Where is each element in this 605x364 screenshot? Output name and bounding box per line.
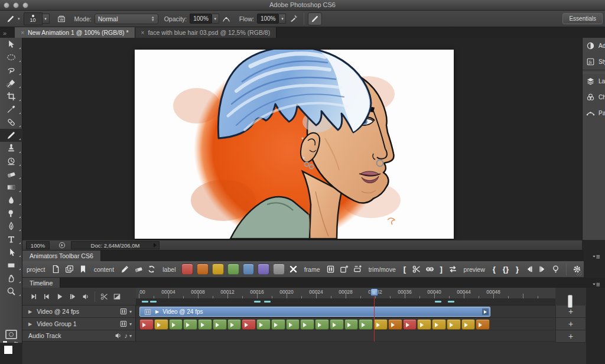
frame-clip-orange[interactable] bbox=[388, 319, 402, 330]
shape-tool[interactable] bbox=[0, 259, 22, 272]
label-red-swatch[interactable] bbox=[181, 264, 193, 275]
type-tool[interactable] bbox=[0, 233, 22, 246]
timeline-ruler[interactable]: 0000004000080001200016000200002400028000… bbox=[136, 288, 555, 299]
frame-clip-green[interactable] bbox=[169, 319, 183, 330]
frame-clip-green[interactable] bbox=[198, 319, 212, 330]
chevron-down-icon[interactable]: ▾ bbox=[129, 309, 132, 314]
opacity-dropdown[interactable]: ▾ bbox=[212, 14, 219, 24]
track-header-videogroup1[interactable]: ▶ Video Group 1 ▾ bbox=[22, 318, 136, 330]
work-area-strip[interactable] bbox=[136, 299, 555, 306]
move-tool[interactable] bbox=[0, 38, 22, 51]
flow-dropdown[interactable]: ▾ bbox=[279, 14, 286, 24]
frame-clip-green[interactable] bbox=[330, 319, 344, 330]
clone-stamp-tool[interactable] bbox=[0, 142, 22, 155]
frame-clip-yellow[interactable] bbox=[373, 319, 388, 330]
dock-panel-adjustments[interactable]: Adj bbox=[583, 38, 605, 54]
bookmark-icon[interactable] bbox=[77, 264, 89, 275]
status-menu-icon[interactable] bbox=[58, 241, 66, 249]
pen-tool[interactable] bbox=[0, 220, 22, 233]
step-forward-icon[interactable] bbox=[537, 264, 548, 275]
frame-clip-yellow[interactable] bbox=[432, 319, 446, 330]
path-selection-tool[interactable] bbox=[0, 246, 22, 259]
track-header-video24[interactable]: ▶ Video @ 24 fps ▾ bbox=[22, 306, 136, 318]
frame-clip-green[interactable] bbox=[359, 319, 373, 330]
video-group-bar[interactable]: ▶ Video @ 24 fps bbox=[139, 307, 490, 317]
lightbulb-icon[interactable] bbox=[550, 264, 561, 275]
timeline-scrollbar-thumb[interactable] bbox=[568, 295, 573, 308]
timeline-panel-menu-icon[interactable] bbox=[592, 281, 603, 288]
new-project-icon[interactable] bbox=[51, 264, 62, 275]
eraser-tool[interactable] bbox=[0, 168, 22, 181]
music-note-icon[interactable]: ♪ bbox=[124, 332, 128, 339]
brush-preset-picker[interactable]: 10 ▾ bbox=[24, 12, 50, 25]
zoom-level-field[interactable]: 100% bbox=[26, 241, 50, 249]
braces-button[interactable]: {} bbox=[503, 265, 509, 274]
add-media-button-2[interactable]: + bbox=[555, 330, 586, 343]
frame-clip-green[interactable] bbox=[213, 319, 227, 330]
playhead-marker[interactable] bbox=[370, 288, 378, 296]
frame-clip-yellow[interactable] bbox=[447, 319, 461, 330]
frame-clip-green[interactable] bbox=[227, 319, 242, 330]
track-header-audio[interactable]: Audio Track ♪▾ bbox=[22, 330, 136, 342]
disclosure-icon[interactable]: ▶ bbox=[28, 309, 32, 314]
label-orange-swatch[interactable] bbox=[197, 264, 209, 275]
frame-clip-green[interactable] bbox=[271, 319, 285, 330]
step-back-icon[interactable] bbox=[523, 264, 535, 275]
chevron-down-icon[interactable]: ▾ bbox=[129, 321, 132, 327]
flow-field[interactable]: 100% bbox=[257, 14, 279, 24]
foreground-color[interactable] bbox=[4, 345, 13, 355]
add-frame-icon[interactable] bbox=[339, 264, 350, 275]
brush-panel-toggle-icon[interactable] bbox=[54, 12, 69, 25]
knife-icon[interactable] bbox=[119, 264, 131, 275]
film-frame-icon[interactable] bbox=[326, 264, 337, 275]
pressure-size-toggle-icon[interactable] bbox=[308, 12, 322, 25]
rectangular-marquee-tool[interactable] bbox=[0, 51, 22, 64]
disclosure-icon[interactable]: ▶ bbox=[28, 321, 32, 327]
film-icon[interactable] bbox=[119, 320, 128, 328]
crop-tool[interactable] bbox=[0, 90, 22, 103]
brace-close-button[interactable]: } bbox=[516, 265, 519, 274]
link-icon[interactable] bbox=[424, 264, 435, 275]
lasso-tool[interactable] bbox=[0, 64, 22, 77]
bracket-open-button[interactable]: [ bbox=[404, 265, 406, 274]
resize-grip[interactable] bbox=[576, 270, 582, 276]
brush-tool[interactable] bbox=[0, 129, 22, 142]
speaker-icon[interactable] bbox=[114, 332, 122, 340]
go-next-button[interactable] bbox=[66, 291, 79, 302]
hand-tool[interactable] bbox=[0, 272, 22, 285]
healing-brush-tool[interactable] bbox=[0, 116, 22, 129]
play-button[interactable] bbox=[53, 291, 66, 302]
brush-preset-arrow[interactable]: ▾ bbox=[43, 14, 50, 24]
airbrush-icon[interactable] bbox=[286, 12, 300, 25]
label-green-swatch[interactable] bbox=[227, 264, 239, 275]
frame-clip-yellow[interactable] bbox=[417, 319, 431, 330]
dock-panel-styles[interactable]: fxSty bbox=[583, 54, 605, 70]
clear-label-icon[interactable] bbox=[288, 264, 299, 275]
frame-clip-red[interactable] bbox=[242, 319, 256, 330]
refresh-icon[interactable] bbox=[147, 264, 158, 275]
document-tab-0[interactable]: ×New Animation 1 @ 100% (RGB/8) * bbox=[15, 27, 135, 38]
frame-clip-green[interactable] bbox=[183, 319, 197, 330]
label-gray-swatch[interactable] bbox=[273, 264, 285, 275]
dock-panel-layers[interactable]: Lay bbox=[583, 73, 605, 89]
audio-button[interactable] bbox=[79, 291, 92, 302]
label-blue-swatch[interactable] bbox=[243, 264, 255, 275]
dock-panel-channels[interactable]: Cha bbox=[583, 89, 605, 105]
document-tab-1[interactable]: ×face with blue hair 03.psd @ 12,5% (RGB… bbox=[135, 27, 277, 38]
frame-clip-red[interactable] bbox=[139, 319, 154, 330]
chevron-down-icon[interactable]: ▾ bbox=[129, 333, 132, 339]
frame-clip-green[interactable] bbox=[344, 319, 359, 330]
tab-close-icon[interactable]: × bbox=[141, 30, 145, 36]
disclosure-icon[interactable]: ▶ bbox=[155, 309, 159, 314]
dodge-tool[interactable] bbox=[0, 207, 22, 220]
copy-layers-icon[interactable] bbox=[64, 264, 75, 275]
frame-clip-yellow[interactable] bbox=[154, 319, 168, 330]
transition-button[interactable] bbox=[110, 291, 123, 302]
history-brush-tool[interactable] bbox=[0, 155, 22, 168]
label-yellow-swatch[interactable] bbox=[212, 264, 224, 275]
frame-clip-green[interactable] bbox=[256, 319, 271, 330]
add-media-button-1[interactable]: + bbox=[555, 318, 586, 330]
swap-icon[interactable] bbox=[447, 264, 458, 275]
frame-clip-orange[interactable] bbox=[476, 319, 490, 330]
pressure-opacity-icon[interactable] bbox=[219, 12, 233, 25]
